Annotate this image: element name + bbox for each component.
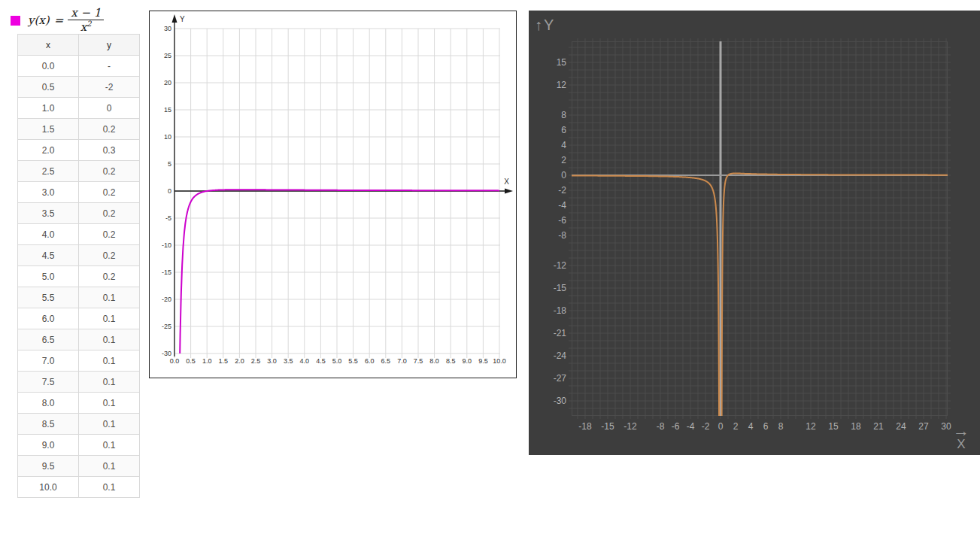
table-cell: 0.2 bbox=[79, 224, 140, 245]
table-row: 4.00.2 bbox=[18, 224, 140, 245]
table-row: 6.50.1 bbox=[18, 329, 140, 350]
table-row: 1.00 bbox=[18, 98, 140, 119]
table-cell: 0.1 bbox=[79, 456, 140, 477]
svg-text:0: 0 bbox=[561, 170, 566, 181]
table-cell: 3.5 bbox=[18, 203, 79, 224]
svg-text:-2: -2 bbox=[702, 421, 710, 432]
table-cell: 2.0 bbox=[18, 140, 79, 161]
table-row: 8.00.1 bbox=[18, 393, 140, 414]
series-color-swatch bbox=[11, 16, 20, 26]
table-cell: 3.0 bbox=[18, 182, 79, 203]
svg-text:2: 2 bbox=[733, 421, 739, 432]
svg-text:-4: -4 bbox=[558, 200, 566, 211]
dark-chart-canvas[interactable]: 151286420-2-4-6-8-12-15-18-21-24-27-30-1… bbox=[529, 11, 980, 455]
table-body: 0.0-0.5-21.001.50.22.00.32.50.23.00.23.5… bbox=[18, 56, 140, 498]
up-arrow-icon: ↑ bbox=[535, 17, 542, 34]
svg-text:9.5: 9.5 bbox=[478, 357, 488, 365]
table-cell: 9.5 bbox=[18, 456, 79, 477]
table-cell: 8.0 bbox=[18, 393, 79, 414]
table-row: 6.00.1 bbox=[18, 308, 140, 329]
table-cell: 0.1 bbox=[79, 393, 140, 414]
svg-text:6: 6 bbox=[561, 125, 566, 135]
svg-text:12: 12 bbox=[806, 421, 816, 432]
svg-text:-21: -21 bbox=[554, 328, 567, 338]
svg-text:4.5: 4.5 bbox=[316, 357, 326, 365]
svg-text:8.5: 8.5 bbox=[446, 357, 456, 365]
table-cell: 0.2 bbox=[79, 266, 140, 287]
svg-text:-10: -10 bbox=[162, 241, 171, 249]
svg-text:5: 5 bbox=[168, 160, 171, 168]
table-cell: 4.0 bbox=[18, 224, 79, 245]
svg-text:6: 6 bbox=[763, 421, 769, 432]
table-row: 8.50.1 bbox=[18, 414, 140, 435]
svg-text:-25: -25 bbox=[162, 323, 171, 330]
svg-text:4: 4 bbox=[561, 140, 566, 150]
table-row: 10.00.1 bbox=[18, 477, 140, 498]
table-row: 2.50.2 bbox=[18, 161, 140, 182]
table-cell: 0.2 bbox=[79, 161, 140, 182]
svg-text:-15: -15 bbox=[162, 269, 171, 276]
table-cell: 0.2 bbox=[79, 119, 140, 140]
svg-text:21: 21 bbox=[873, 421, 884, 432]
table-cell: 0.1 bbox=[79, 308, 140, 329]
table-cell: 0.1 bbox=[79, 477, 140, 498]
legend: y(x) = x − 1 x2 bbox=[11, 8, 104, 34]
svg-text:-12: -12 bbox=[554, 260, 567, 271]
light-tick-labels: 0.00.51.01.52.02.53.03.54.04.55.05.56.06… bbox=[162, 25, 506, 365]
table-row: 5.50.1 bbox=[18, 287, 140, 308]
svg-text:-24: -24 bbox=[554, 350, 567, 361]
svg-text:25: 25 bbox=[164, 52, 171, 59]
table-row: 3.00.2 bbox=[18, 182, 140, 203]
table-row: 9.50.1 bbox=[18, 456, 140, 477]
table-cell: 0.2 bbox=[79, 203, 140, 224]
svg-text:-6: -6 bbox=[672, 421, 680, 432]
table-cell: 0 bbox=[79, 98, 140, 119]
svg-text:2.0: 2.0 bbox=[235, 357, 244, 365]
fraction-numerator: x − 1 bbox=[68, 8, 104, 20]
dark-y-axis-label: ↑ Y bbox=[535, 17, 554, 34]
svg-text:0: 0 bbox=[168, 187, 171, 195]
svg-text:-4: -4 bbox=[687, 421, 695, 432]
function-formula: y(x) = x − 1 x2 bbox=[28, 8, 104, 34]
table-cell: 0.1 bbox=[79, 329, 140, 350]
table-row: 0.0- bbox=[18, 56, 140, 77]
table-cell: 0.2 bbox=[79, 182, 140, 203]
svg-text:3.0: 3.0 bbox=[267, 357, 277, 365]
svg-text:-6: -6 bbox=[558, 215, 566, 226]
table-header-y: y bbox=[79, 35, 140, 56]
table-header-row: x y bbox=[18, 35, 140, 56]
svg-text:6.5: 6.5 bbox=[381, 357, 391, 365]
table-row: 7.00.1 bbox=[18, 350, 140, 372]
table-cell: 0.1 bbox=[79, 287, 140, 308]
svg-text:-27: -27 bbox=[554, 373, 567, 384]
table-cell: - bbox=[79, 56, 140, 77]
table-cell: -2 bbox=[79, 77, 140, 98]
svg-text:18: 18 bbox=[851, 421, 861, 432]
right-arrow-icon: → bbox=[953, 424, 969, 438]
svg-text:24: 24 bbox=[896, 421, 906, 432]
dark-x-axis-label: → X bbox=[953, 424, 969, 451]
table-cell: 7.0 bbox=[18, 350, 79, 372]
svg-text:5.5: 5.5 bbox=[348, 357, 358, 365]
table-cell: 0.1 bbox=[79, 350, 140, 372]
svg-text:8: 8 bbox=[561, 110, 566, 120]
svg-text:-30: -30 bbox=[554, 396, 567, 406]
svg-text:-18: -18 bbox=[554, 305, 567, 316]
formula-equals: = bbox=[54, 14, 64, 27]
dark-y-axis-letter: Y bbox=[544, 17, 554, 34]
table-row: 5.00.2 bbox=[18, 266, 140, 287]
dark-chart-panel[interactable]: 151286420-2-4-6-8-12-15-18-21-24-27-30-1… bbox=[529, 11, 980, 455]
table-row: 1.50.2 bbox=[18, 119, 140, 140]
svg-text:7.0: 7.0 bbox=[397, 357, 407, 365]
svg-text:9.0: 9.0 bbox=[463, 357, 472, 365]
table-row: 9.00.1 bbox=[18, 435, 140, 456]
svg-text:30: 30 bbox=[941, 421, 951, 432]
table-cell: 0.1 bbox=[79, 435, 140, 456]
svg-text:4.0: 4.0 bbox=[300, 357, 310, 365]
table-cell: 0.1 bbox=[79, 372, 140, 393]
svg-text:-8: -8 bbox=[558, 230, 566, 241]
dark-grid bbox=[569, 38, 951, 419]
svg-text:20: 20 bbox=[164, 79, 171, 86]
svg-text:8.0: 8.0 bbox=[429, 357, 439, 365]
table-cell: 0.5 bbox=[18, 77, 79, 98]
